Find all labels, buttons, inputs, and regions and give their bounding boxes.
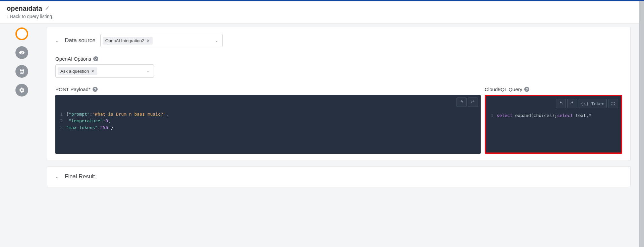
- fullscreen-button[interactable]: [608, 99, 618, 108]
- database-icon: [19, 68, 25, 74]
- undo-icon: [459, 100, 464, 105]
- code-content[interactable]: select expand(choices);select text,*: [497, 112, 618, 119]
- datasource-chip: OpenAI Integration2 ✕: [103, 37, 153, 45]
- step-current[interactable]: [15, 27, 28, 40]
- openai-options-label: OpenAI Options ?: [55, 56, 622, 62]
- undo-button[interactable]: [556, 99, 566, 108]
- vertical-scrollbar[interactable]: [639, 1, 644, 197]
- undo-button[interactable]: [457, 98, 467, 107]
- final-result-card: ⌄ Final Result: [47, 166, 631, 187]
- chevron-down-icon[interactable]: ⌄: [55, 174, 60, 179]
- option-chip: Ask a question ✕: [58, 67, 97, 75]
- back-link-label: Back to query listing: [10, 14, 52, 19]
- page-title: openaidata: [7, 5, 42, 12]
- redo-icon: [570, 101, 575, 106]
- undo-icon: [558, 101, 563, 106]
- expand-icon: [611, 101, 615, 106]
- back-link[interactable]: ‹ Back to query listing: [7, 14, 637, 19]
- post-payload-editor[interactable]: 123 {"prompt":"What is Drum n bass music…: [55, 95, 481, 154]
- gear-icon: [19, 87, 25, 93]
- step-preview[interactable]: [15, 46, 28, 59]
- cloud9ql-editor[interactable]: {:} Token 1 select expand(choices);selec…: [485, 95, 622, 154]
- openai-options-select[interactable]: Ask a question ✕ ⌄: [55, 64, 154, 78]
- step-settings[interactable]: [15, 84, 28, 97]
- help-icon[interactable]: ?: [93, 87, 98, 92]
- data-source-card: ⌄ Data source OpenAI Integration2 ✕ ⌄ Op…: [47, 27, 631, 161]
- step-connector: [22, 60, 22, 64]
- step-connector: [22, 41, 22, 45]
- chevron-down-icon: ⌄: [146, 69, 150, 73]
- chevron-down-icon[interactable]: ⌄: [55, 38, 60, 43]
- cloud9ql-label: Cloud9QL Query ?: [485, 86, 622, 92]
- redo-button[interactable]: [567, 99, 577, 108]
- token-button[interactable]: {:} Token: [579, 99, 607, 108]
- redo-button[interactable]: [468, 98, 478, 107]
- help-icon[interactable]: ?: [93, 56, 98, 61]
- section-title-datasource: Data source: [65, 37, 96, 44]
- chip-label: Ask a question: [60, 69, 89, 74]
- chip-remove-icon[interactable]: ✕: [146, 38, 150, 43]
- step-connector: [22, 79, 22, 83]
- page-header: openaidata ‹ Back to query listing: [0, 1, 644, 23]
- help-icon[interactable]: ?: [524, 87, 529, 92]
- line-gutter: 1: [489, 112, 497, 119]
- datasource-select[interactable]: OpenAI Integration2 ✕ ⌄: [100, 34, 223, 47]
- chevron-down-icon: ⌄: [215, 38, 218, 43]
- chip-label: OpenAI Integration2: [105, 38, 144, 43]
- step-data[interactable]: [15, 65, 28, 78]
- eye-icon: [19, 50, 25, 56]
- post-payload-label: POST Payload* ?: [55, 86, 481, 92]
- code-content[interactable]: {"prompt":"What is Drum n bass music?", …: [66, 111, 477, 131]
- line-gutter: 123: [59, 111, 66, 131]
- stepper-nav: [3, 27, 40, 187]
- chip-remove-icon[interactable]: ✕: [91, 69, 95, 74]
- redo-icon: [471, 100, 475, 105]
- section-title-final-result: Final Result: [65, 173, 95, 180]
- chevron-left-icon: ‹: [7, 14, 8, 19]
- edit-title-icon[interactable]: [45, 6, 50, 11]
- scrollbar-thumb[interactable]: [639, 1, 644, 197]
